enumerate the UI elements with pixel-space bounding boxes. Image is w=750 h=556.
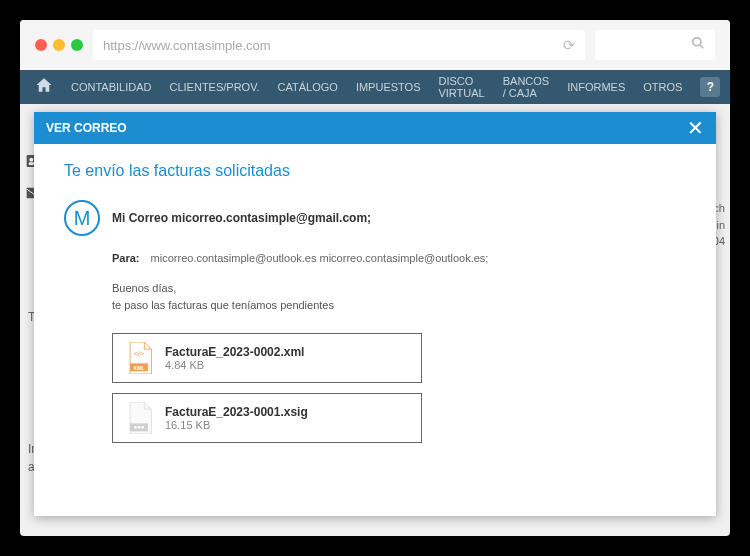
- sender-row: M Mi Correo micorreo.contasimple@gmail.c…: [64, 200, 686, 236]
- attachments: </>XML FacturaE_2023-0002.xml 4.84 KB Fa…: [112, 333, 686, 443]
- home-icon[interactable]: [35, 76, 53, 98]
- search-box[interactable]: [595, 30, 715, 60]
- close-icon[interactable]: ✕: [687, 116, 704, 140]
- url-text: https://www.contasimple.com: [103, 38, 271, 53]
- attachment-item[interactable]: </>XML FacturaE_2023-0002.xml 4.84 KB: [112, 333, 422, 383]
- svg-point-3: [29, 158, 33, 162]
- attachment-size: 4.84 KB: [165, 359, 304, 371]
- nav-impuestos[interactable]: IMPUESTOS: [356, 81, 421, 93]
- titlebar: https://www.contasimple.com ⟳: [20, 20, 730, 70]
- nav-otros[interactable]: OTROS: [643, 81, 682, 93]
- to-label: Para:: [112, 252, 140, 264]
- svg-text:</>: </>: [133, 349, 145, 358]
- nav-contabilidad[interactable]: CONTABILIDAD: [71, 81, 151, 93]
- modal-body: Te envío las facturas solicitadas M Mi C…: [34, 144, 716, 516]
- svg-line-1: [700, 45, 704, 49]
- xml-file-icon: </>XML: [125, 342, 153, 374]
- attachment-name: FacturaE_2023-0001.xsig: [165, 405, 308, 419]
- nav-disco[interactable]: DISCO VIRTUAL: [438, 75, 484, 99]
- nav-catalogo[interactable]: CATÁLOGO: [278, 81, 338, 93]
- email-modal: VER CORREO ✕ Te envío las facturas solic…: [34, 112, 716, 516]
- url-bar[interactable]: https://www.contasimple.com ⟳: [93, 30, 585, 60]
- app-frame: https://www.contasimple.com ⟳ CONTABILID…: [20, 20, 730, 536]
- svg-point-11: [138, 426, 141, 429]
- svg-point-12: [141, 426, 144, 429]
- svg-point-0: [693, 38, 701, 46]
- recipient-list: micorreo.contasimple@outlook.es micorreo…: [151, 252, 489, 264]
- nav-clientes[interactable]: CLIENTES/PROV.: [169, 81, 259, 93]
- attachment-item[interactable]: FacturaE_2023-0001.xsig 16.15 KB: [112, 393, 422, 443]
- email-body: Buenos días, te paso las facturas que te…: [112, 280, 686, 313]
- attachment-size: 16.15 KB: [165, 419, 308, 431]
- help-badge[interactable]: ?: [700, 77, 720, 97]
- xsig-file-icon: [125, 402, 153, 434]
- search-icon: [691, 36, 705, 54]
- nav-bancos[interactable]: BANCOS / CAJA: [503, 75, 549, 99]
- sender-avatar: M: [64, 200, 100, 236]
- email-subject: Te envío las facturas solicitadas: [64, 162, 686, 180]
- svg-text:XML: XML: [133, 365, 145, 371]
- refresh-icon[interactable]: ⟳: [563, 37, 575, 53]
- main-nav: CONTABILIDAD CLIENTES/PROV. CATÁLOGO IMP…: [20, 70, 730, 104]
- maximize-window-button[interactable]: [71, 39, 83, 51]
- close-window-button[interactable]: [35, 39, 47, 51]
- window-controls: [35, 39, 83, 51]
- svg-point-10: [134, 426, 137, 429]
- sender-name: Mi Correo micorreo.contasimple@gmail.com…: [112, 211, 371, 225]
- recipients: Para: micorreo.contasimple@outlook.es mi…: [112, 252, 686, 264]
- nav-informes[interactable]: INFORMES: [567, 81, 625, 93]
- attachment-name: FacturaE_2023-0002.xml: [165, 345, 304, 359]
- modal-title: VER CORREO: [46, 121, 127, 135]
- modal-header: VER CORREO ✕: [34, 112, 716, 144]
- minimize-window-button[interactable]: [53, 39, 65, 51]
